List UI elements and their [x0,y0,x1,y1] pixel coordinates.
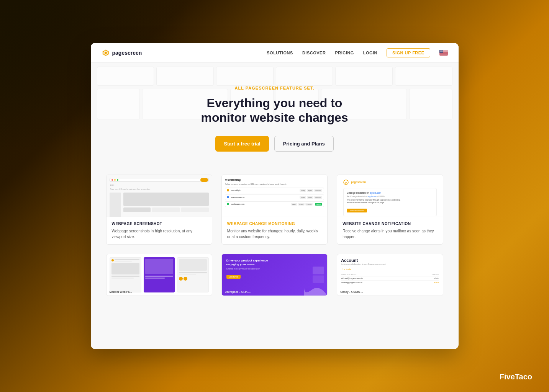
feature2-monitor-web: Monitor Web Pa... [106,254,212,296]
svg-point-26 [439,52,440,52]
feature-screenshot-desc: Webpage screenshots in high resolution, … [112,228,206,240]
feature2-monitor-web-label: Monitor Web Pa... [110,291,132,293]
account-subtitle: Invite your collaborators in your Pagesc… [341,263,439,265]
svg-point-15 [442,50,442,51]
hero-title: Everything you need to monitor website c… [98,96,451,125]
logo-text: pagescreen [112,50,142,56]
svg-rect-8 [439,54,448,54]
nav-pricing[interactable]: PRICING [335,51,354,55]
svg-point-16 [439,51,440,51]
feature-screenshot-title: WEBPAGE SCREENSHOT [112,222,206,226]
start-trial-button[interactable]: Start a free trial [215,136,269,152]
svg-rect-9 [439,55,448,55]
feature-notification-title: WEBSITE CHANGE NOTIFICATION [343,222,437,226]
feature2-userspace: Drive your product experienceengaging yo… [221,254,328,296]
monitoring-preview: Monitoring Define common properties on U… [222,175,327,217]
feature-screenshot: URL Type your URL and create your first … [106,175,212,245]
feature-monitoring-body: WEBPAGE CHANGE MONITORING Monitor any we… [222,217,327,244]
feature-notification: p pagescreen Change detected on apple.co… [337,175,443,245]
svg-point-23 [441,51,441,52]
feature-notification-desc: Receive change alerts in you mailbox as … [343,228,437,240]
feature-notification-body: WEBSITE CHANGE NOTIFICATION Receive chan… [337,217,442,244]
nav-solutions[interactable]: SOLUTIONS [267,51,293,55]
pricing-plans-button[interactable]: Pricing and Plans [274,136,334,152]
features-grid: URL Type your URL and create your first … [91,167,459,254]
svg-point-29 [441,52,442,52]
main-card: pagescreen SOLUTIONS DISCOVER PRICING LO… [91,43,459,349]
svg-point-17 [440,51,441,51]
svg-point-13 [441,50,441,51]
nav-login[interactable]: LOGIN [363,51,377,55]
feature2-onsey-label: Onsey - A SaaS ... [340,291,363,293]
svg-point-19 [441,51,442,51]
signup-button[interactable]: SIGN UP FREE [387,48,430,57]
nav-discover[interactable]: DISCOVER [302,51,326,55]
svg-point-24 [441,51,442,52]
svg-point-21 [439,51,440,52]
svg-point-27 [440,52,441,52]
svg-text:p: p [345,181,347,184]
feature2-account: Account Invite your collaborators in you… [337,254,443,296]
account-add-label: + Invite [344,268,351,270]
svg-point-18 [441,51,441,51]
feature-monitoring: Monitoring Define common properties on U… [221,175,328,245]
navigation: pagescreen SOLUTIONS DISCOVER PRICING LO… [91,43,459,63]
account-title: Account [341,258,439,263]
svg-point-14 [441,50,442,51]
svg-point-25 [442,51,442,52]
svg-point-20 [442,51,442,51]
screenshot-preview: URL Type your URL and create your first … [107,175,212,217]
fivetaco-brand: FiveTaco [500,372,532,381]
logo-icon [102,49,110,57]
svg-point-12 [440,50,441,51]
hero-section: ALL PAGESCREEN FEATURE SET. Everything y… [91,63,459,167]
svg-point-28 [441,52,441,52]
feature-monitoring-desc: Monitor any website for changes: hourly,… [227,228,322,240]
feature-screenshot-body: WEBPAGE SCREENSHOT Webpage screenshots i… [107,217,212,244]
svg-rect-7 [439,53,448,53]
feature2-userspace-label: Userspace - All-in-... [225,291,251,293]
svg-point-22 [440,51,441,52]
feature-monitoring-title: WEBPAGE CHANGE MONITORING [227,222,322,226]
hero-badge: ALL PAGESCREEN FEATURE SET. [98,86,451,90]
nav-links: SOLUTIONS DISCOVER PRICING LOGIN SIGN UP… [267,48,447,57]
flag-icon [439,50,448,56]
svg-point-2 [105,52,107,54]
features-row2: Monitor Web Pa... Drive your product exp… [91,254,459,305]
logo[interactable]: pagescreen [102,49,142,57]
svg-point-11 [439,50,440,51]
hero-buttons: Start a free trial Pricing and Plans [98,136,451,152]
svg-point-30 [442,52,442,52]
notification-preview: p pagescreen Change detected on apple.co… [337,175,442,217]
